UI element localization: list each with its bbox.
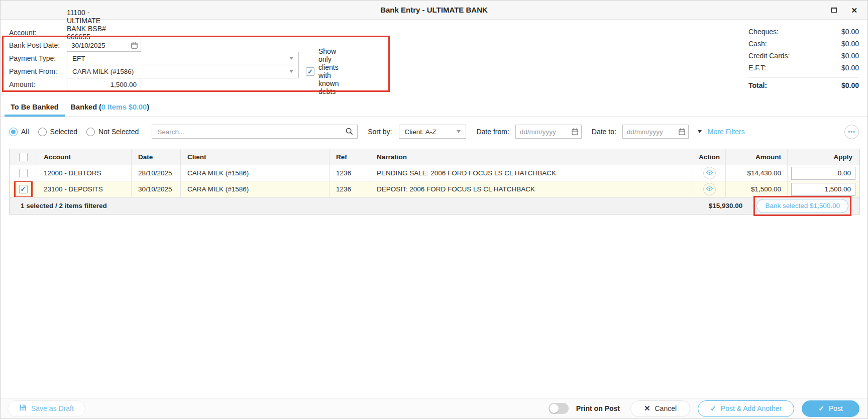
eft-value: $0.00 <box>841 64 859 72</box>
toggle-knob <box>550 404 559 413</box>
chevron-down-icon <box>289 57 293 60</box>
summary-row-cheques: Cheques: $0.00 <box>748 26 859 38</box>
tab-banked[interactable]: Banked (0 Items $0.00) <box>65 99 155 117</box>
payment-type-select[interactable]: EFT <box>67 52 299 65</box>
post-button[interactable]: ✓ Post <box>802 400 859 417</box>
payment-type-label: Payment Type: <box>9 54 65 62</box>
selection-summary: 1 selected / 2 items filtered <box>21 202 107 210</box>
header-date: Date <box>131 149 180 165</box>
account-label: Account: <box>9 29 65 37</box>
check-icon: ✓ <box>818 404 824 412</box>
maximize-icon[interactable] <box>831 8 837 13</box>
total-value: $0.00 <box>841 81 859 89</box>
table-row: 12000 - DEBTORS 28/10/2025 CARA MILK (#1… <box>10 165 859 181</box>
radio-not-selected[interactable] <box>86 128 95 136</box>
select-all-checkbox[interactable] <box>19 153 28 161</box>
credit-cards-label: Credit Cards: <box>748 52 790 60</box>
row-checkbox[interactable]: ✓ <box>19 185 28 193</box>
summary-row-credit-cards: Credit Cards: $0.00 <box>748 50 859 62</box>
search-icon <box>346 128 353 137</box>
post-and-add-another-button[interactable]: ✓ Post & Add Another <box>698 400 794 417</box>
payment-from-select[interactable]: CARA MILK (#1586) <box>67 65 299 78</box>
dialog-title: Bank Entry - ULTIMATE BANK <box>380 6 488 14</box>
header-client: Client <box>180 149 329 165</box>
bank-selected-button[interactable]: Bank selected $1,500.00 <box>756 199 848 213</box>
cell-date: 28/10/2025 <box>131 165 180 181</box>
date-from-label: Date from: <box>476 128 509 136</box>
filtered-total: $15,930.00 <box>709 202 743 210</box>
eye-icon <box>706 185 713 193</box>
cell-narration: DEPOSIT: 2006 FORD FOCUS LS CL HATCHBACK <box>370 181 693 197</box>
eft-label: E.F.T: <box>748 64 766 72</box>
view-button[interactable] <box>703 183 716 195</box>
payment-from-label: Payment From: <box>9 67 65 75</box>
radio-all-label: All <box>21 128 29 136</box>
cell-client: CARA MILK (#1586) <box>180 181 329 197</box>
tab-to-be-banked[interactable]: To Be Banked <box>5 99 65 117</box>
save-icon <box>19 404 27 413</box>
row-checkbox[interactable] <box>19 169 28 177</box>
bank-post-date-input[interactable] <box>67 39 141 52</box>
sort-by-label: Sort by: <box>368 128 392 136</box>
credit-cards-value: $0.00 <box>841 52 859 60</box>
header-ref: Ref <box>329 149 370 165</box>
amount-label: Amount: <box>9 80 65 88</box>
header-amount: Amount <box>725 149 787 165</box>
cell-narration: PENDING SALE: 2006 FORD FOCUS LS CL HATC… <box>370 165 693 181</box>
table-footer: 1 selected / 2 items filtered $15,930.00… <box>10 197 859 214</box>
date-to-label: Date to: <box>592 128 616 136</box>
cell-date: 30/10/2025 <box>131 181 180 197</box>
payment-type-value: EFT <box>72 55 85 62</box>
header-apply: Apply <box>787 149 859 165</box>
close-icon: ✕ <box>644 404 650 413</box>
cell-account: 23100 - DEPOSITS <box>37 181 131 197</box>
radio-all[interactable] <box>9 128 18 136</box>
more-filters-caret-icon[interactable] <box>698 130 702 133</box>
show-only-known-debts-checkbox[interactable]: ✓ <box>306 67 314 76</box>
apply-input[interactable] <box>791 183 855 196</box>
summary-row-total: Total: $0.00 <box>748 79 859 91</box>
cash-label: Cash: <box>748 40 767 48</box>
bank-post-date-row: Bank Post Date: <box>1 39 75 52</box>
amount-input[interactable] <box>67 78 141 91</box>
cell-amount: $14,430.00 <box>725 165 787 181</box>
bank-entry-dialog: Bank Entry - ULTIMATE BANK ✕ Account: 11… <box>0 0 868 419</box>
chevron-down-icon <box>457 130 461 133</box>
header-narration: Narration <box>370 149 693 165</box>
cancel-button[interactable]: ✕ Cancel <box>630 400 690 417</box>
apply-input[interactable] <box>791 167 855 180</box>
title-bar: Bank Entry - ULTIMATE BANK ✕ <box>1 1 867 20</box>
sort-by-select[interactable]: Client: A-Z <box>399 125 466 139</box>
total-label: Total: <box>748 81 767 89</box>
chevron-down-icon <box>289 70 293 73</box>
cell-client: CARA MILK (#1586) <box>180 165 329 181</box>
totals-summary: Cheques: $0.00 Cash: $0.00 Credit Cards:… <box>748 26 859 91</box>
cell-account: 12000 - DEBTORS <box>37 165 131 181</box>
summary-row-cash: Cash: $0.00 <box>748 38 859 50</box>
ellipsis-icon: ••• <box>848 129 855 135</box>
action-bar: Save as Draft Print on Post ✕ Cancel ✓ P… <box>1 398 867 418</box>
cash-value: $0.00 <box>841 40 859 48</box>
print-on-post-label: Print on Post <box>576 404 620 412</box>
header-account: Account <box>37 149 131 165</box>
check-icon: ✓ <box>710 404 716 412</box>
cell-ref: 1236 <box>329 165 370 181</box>
annotation-box-bank-selected: Bank selected $1,500.00 <box>753 196 851 216</box>
payment-from-value: CARA MILK (#1586) <box>72 68 134 75</box>
print-on-post-toggle[interactable] <box>549 403 569 414</box>
radio-not-selected-label: Not Selected <box>98 128 139 136</box>
cheques-label: Cheques: <box>748 28 779 36</box>
search-input[interactable] <box>152 125 358 139</box>
summary-divider <box>748 77 859 77</box>
more-filters-link[interactable]: More Filters <box>708 128 745 136</box>
radio-selected[interactable] <box>38 128 47 136</box>
more-options-button[interactable]: ••• <box>844 125 859 139</box>
date-from-input[interactable] <box>515 125 582 139</box>
date-to-input[interactable] <box>622 125 689 139</box>
view-button[interactable] <box>703 167 716 179</box>
filter-bar: All Selected Not Selected Sort by: Clien… <box>1 124 867 139</box>
table-row: ✓ 23100 - DEPOSITS 30/10/2025 CARA MILK … <box>10 181 859 197</box>
save-as-draft-button[interactable]: Save as Draft <box>8 400 85 417</box>
bank-post-date-label: Bank Post Date: <box>9 41 65 49</box>
close-icon[interactable]: ✕ <box>851 7 857 14</box>
